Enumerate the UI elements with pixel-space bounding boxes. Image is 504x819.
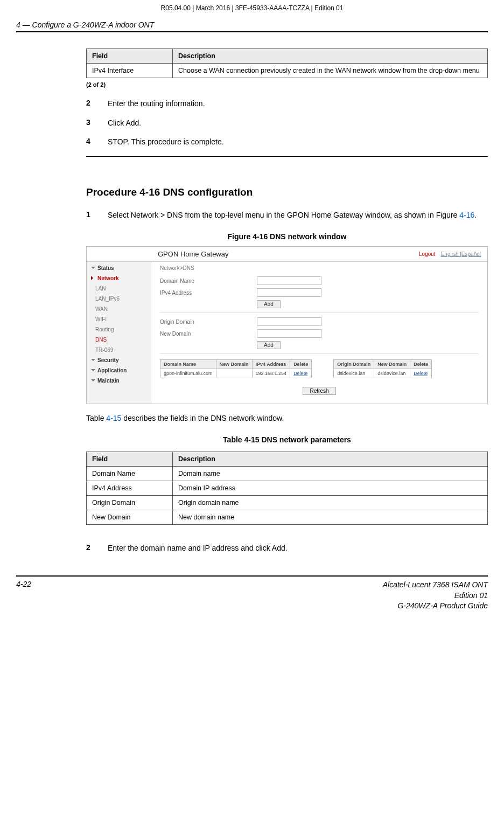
cell-origin: dsldevice.lan	[334, 369, 374, 378]
cell-ipv4: 192.168.1.254	[252, 369, 290, 378]
table-row: dsldevice.lan dsldevice.lan Delete	[334, 369, 432, 378]
input-new-domain[interactable]	[257, 329, 321, 338]
cell-new-domain	[216, 369, 252, 378]
th-new-domain: New Domain	[216, 360, 252, 369]
page-count-fragment: (2 of 2)	[86, 81, 488, 88]
th-delete: Delete	[410, 360, 432, 369]
sidebar-item-wan[interactable]: WAN	[87, 304, 151, 314]
step-3: 3 Click Add.	[86, 118, 488, 129]
sidebar-item-lan-ipv6[interactable]: LAN_IPv6	[87, 294, 151, 304]
table-row: gpon-infinitum.alu.com 192.168.1.254 Del…	[160, 369, 312, 378]
sidebar-item-wifi[interactable]: WIFI	[87, 314, 151, 324]
td-field: New Domain	[87, 510, 173, 525]
th-desc: Description	[173, 452, 488, 467]
dns-table-b: Origin Domain New Domain Delete dsldevic…	[333, 359, 432, 378]
th-origin-domain: Origin Domain	[334, 360, 374, 369]
lang-switch[interactable]: English |Español	[441, 251, 481, 257]
sidebar: Status Network LAN LAN_IPv6 WAN WIFI Rou…	[87, 262, 151, 404]
td-field: Origin Domain	[87, 496, 173, 510]
th-desc: Description	[173, 49, 488, 64]
figure-link[interactable]: 4-16	[459, 211, 474, 219]
step-1: 1 Select Network > DNS from the top-leve…	[86, 210, 488, 221]
delete-link[interactable]: Delete	[293, 371, 307, 376]
td-field: IPv4 Address	[87, 481, 173, 496]
step-2b: 2 Enter the domain name and IP address a…	[86, 543, 488, 554]
sidebar-item-dns[interactable]: DNS	[87, 335, 151, 345]
step-text: STOP. This procedure is complete.	[108, 137, 488, 148]
td-desc: New domain name	[173, 510, 488, 525]
sidebar-item-status[interactable]: Status	[87, 263, 151, 273]
figure-title: Figure 4-16 DNS network window	[86, 232, 488, 241]
lang-espanol[interactable]: Español	[461, 251, 481, 257]
td-field: Domain Name	[87, 467, 173, 481]
step-num: 2	[86, 543, 108, 554]
step-text: Select Network > DNS from the top-level …	[108, 210, 488, 221]
content-area: Field Description IPv4 Interface Choose …	[0, 32, 504, 554]
footer-line3: G-240WZ-A Product Guide	[59, 601, 488, 612]
sidebar-item-network[interactable]: Network	[87, 273, 151, 283]
input-domain-name[interactable]	[257, 276, 321, 285]
step-2: 2 Enter the routing information.	[86, 99, 488, 109]
td-desc: Choose a WAN connection previously creat…	[173, 64, 488, 78]
label-ipv4-address: IPv4 Address	[160, 290, 257, 296]
step-num: 1	[86, 210, 108, 221]
th-ipv4-address: IPv4 Address	[252, 360, 290, 369]
step-num: 3	[86, 118, 108, 129]
th-field: Field	[87, 452, 173, 467]
doc-version-line: R05.04.00 | March 2016 | 3FE-45933-AAAA-…	[0, 0, 504, 14]
cell-new-domain: dsldevice.lan	[374, 369, 410, 378]
label-domain-name: Domain Name	[160, 278, 257, 284]
footer-line1: Alcatel-Lucent 7368 ISAM ONT	[59, 580, 488, 591]
delete-link[interactable]: Delete	[414, 371, 428, 376]
step-text-part1: Select Network > DNS from the top-level …	[108, 211, 459, 219]
input-origin-domain[interactable]	[257, 317, 321, 326]
refresh-button[interactable]: Refresh	[303, 387, 335, 395]
sidebar-item-maintain[interactable]: Maintain	[87, 376, 151, 386]
td-field: IPv4 Interface	[87, 64, 173, 78]
label-new-domain: New Domain	[160, 331, 257, 337]
logout-link[interactable]: Logout	[419, 251, 436, 257]
td-desc: Domain name	[173, 467, 488, 481]
step-4: 4 STOP. This procedure is complete.	[86, 137, 488, 148]
table-dns-params: Field Description Domain Name Domain nam…	[86, 452, 488, 525]
step-text-part2: .	[474, 211, 477, 219]
footer-line2: Edition 01	[59, 591, 488, 601]
sidebar-item-routing[interactable]: Routing	[87, 324, 151, 335]
breadcrumb: Network>DNS	[160, 265, 479, 271]
add-button-1[interactable]: Add	[257, 300, 281, 308]
desc-part1: Table	[86, 414, 106, 422]
figure-description: Table 4-15 describes the fields in the D…	[86, 414, 488, 422]
dns-table-a: Domain Name New Domain IPv4 Address Dele…	[160, 359, 312, 378]
procedure-title: Procedure 4-16 DNS configuration	[86, 186, 488, 198]
screenshot-dns-window: GPON Home Gateway Logout English |Españo…	[86, 246, 488, 404]
table-link[interactable]: 4-15	[106, 414, 121, 422]
procedure-end-rule	[86, 156, 488, 157]
th-field: Field	[87, 49, 173, 64]
step-num: 2	[86, 99, 108, 109]
screenshot-main: Network>DNS Domain Name IPv4 Address Add…	[151, 262, 487, 404]
input-ipv4-address[interactable]	[257, 288, 321, 297]
screenshot-topbar: GPON Home Gateway Logout English |Españo…	[87, 247, 487, 261]
td-desc: Domain IP address	[173, 481, 488, 496]
th-delete: Delete	[290, 360, 312, 369]
th-domain-name: Domain Name	[160, 360, 216, 369]
th-new-domain: New Domain	[374, 360, 410, 369]
sidebar-item-tr069[interactable]: TR-069	[87, 345, 151, 355]
sidebar-item-security[interactable]: Security	[87, 355, 151, 365]
sidebar-item-application[interactable]: Application	[87, 365, 151, 376]
step-text: Enter the routing information.	[108, 99, 488, 109]
sidebar-item-lan[interactable]: LAN	[87, 283, 151, 294]
label-origin-domain: Origin Domain	[160, 319, 257, 325]
cell-domain-name: gpon-infinitum.alu.com	[160, 369, 216, 378]
td-desc: Origin domain name	[173, 496, 488, 510]
desc-part2: describes the fields in the DNS network …	[121, 414, 284, 422]
table-title: Table 4-15 DNS network parameters	[86, 435, 488, 444]
chapter-header: 4 — Configure a G-240WZ-A indoor ONT	[0, 14, 504, 31]
step-text: Click Add.	[108, 118, 488, 129]
lang-english[interactable]: English	[441, 251, 459, 257]
add-button-2[interactable]: Add	[257, 341, 281, 349]
step-num: 4	[86, 137, 108, 148]
step-text: Enter the domain name and IP address and…	[108, 543, 488, 554]
page-number: 4-22	[16, 580, 59, 612]
page-footer: 4-22 Alcatel-Lucent 7368 ISAM ONT Editio…	[0, 575, 504, 612]
